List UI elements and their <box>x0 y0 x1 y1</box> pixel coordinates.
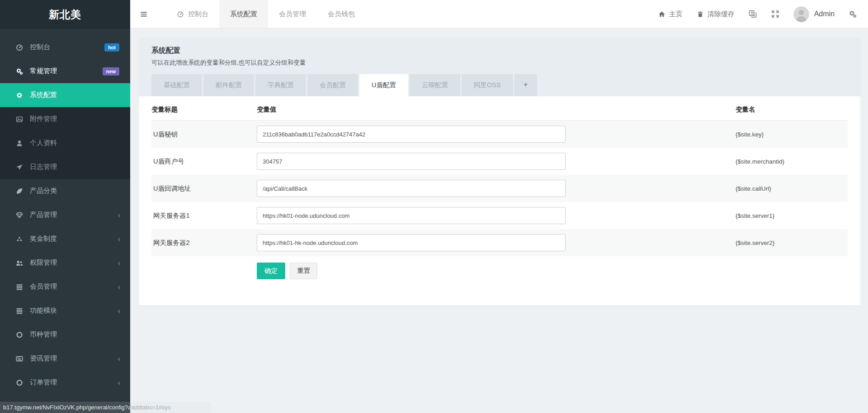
col-header-value: 变量值 <box>257 105 736 114</box>
form-actions: 确定 重置 <box>257 263 848 279</box>
tab-ushield-config[interactable]: U盾配置 <box>359 74 408 96</box>
home-label: 主页 <box>669 10 683 19</box>
sidebar-menu: 控制台 hot 常规管理 new 系统配置 附件管理 个人资料 日志管理 产品分… <box>0 29 130 413</box>
translate-icon[interactable]: 文A <box>748 9 757 19</box>
ushield-callback-url-input[interactable] <box>257 180 566 197</box>
tab-member-config[interactable]: 会员配置 <box>307 74 358 96</box>
tab-mail-config[interactable]: 邮件配置 <box>203 74 254 96</box>
page-subtitle: 可以在此增改系统的变量和分组,也可以自定义分组和变量 <box>151 59 848 67</box>
sidebar-item-permission-mgmt[interactable]: 权限管理 <box>0 251 130 275</box>
add-tab-button[interactable]: + <box>514 74 537 96</box>
sidebar-item-attachment-mgmt[interactable]: 附件管理 <box>0 107 130 131</box>
tab-ali-oss[interactable]: 阿里OSS <box>462 74 513 96</box>
sidebar-item-label: 产品分类 <box>30 187 57 195</box>
dashboard-icon <box>15 43 24 52</box>
svg-text:A: A <box>753 14 755 18</box>
page-title: 系统配置 <box>151 46 848 56</box>
gateway-server-2-input[interactable] <box>257 234 566 251</box>
sidebar-item-label: 产品管理 <box>30 211 57 219</box>
clear-cache-label: 清除缓存 <box>708 10 735 19</box>
tab-basic-config[interactable]: 基础配置 <box>151 74 202 96</box>
status-url-dark-segment: b17.tgymw.net/NvFIxiOzVK.php/general/con… <box>0 402 130 413</box>
sidebar-item-order-mgmt[interactable]: 订单管理 <box>0 371 130 394</box>
sidebar-item-label: 功能模块 <box>30 306 57 315</box>
tab-dict-config[interactable]: 字典配置 <box>255 74 306 96</box>
table-rows: U盾秘钥 {$site.key} U盾商户号 {$site.merchantid… <box>151 121 848 256</box>
gear-icon <box>15 91 24 99</box>
reset-button[interactable]: 重置 <box>290 263 317 279</box>
image-icon <box>15 115 24 123</box>
sidebar-item-system-config[interactable]: 系统配置 <box>0 83 130 107</box>
circle-icon <box>15 379 24 387</box>
home-icon <box>658 10 666 18</box>
topnav-tab-member-wallet[interactable]: 会员钱包 <box>317 0 366 28</box>
sidebar-item-profile[interactable]: 个人资料 <box>0 131 130 155</box>
status-url-text: b17.tgymw.net/NvFIxiOzVK.php/general/con… <box>0 404 130 411</box>
sidebar-item-bonus-system[interactable]: 奖金制度 <box>0 227 130 251</box>
status-url-text: b17.tgymw.net/NvFIxiOzVK.php/general/con… <box>130 402 171 413</box>
dashboard-icon <box>176 10 184 18</box>
sidebar-item-product-category[interactable]: 产品分类 <box>0 179 130 203</box>
cogs-icon <box>15 67 24 75</box>
gears-icon[interactable] <box>848 9 857 19</box>
sidebar-item-label: 系统配置 <box>30 91 57 99</box>
chevron-left-icon <box>116 308 122 314</box>
sidebar-item-function-modules[interactable]: 功能模块 <box>0 299 130 323</box>
system-config-panel: 系统配置 可以在此增改系统的变量和分组,也可以自定义分组和变量 基础配置 邮件配… <box>139 38 860 305</box>
chevron-left-icon <box>116 284 122 290</box>
sidebar-item-general-mgmt[interactable]: 常规管理 new <box>0 59 130 83</box>
gem-icon <box>15 211 24 219</box>
submit-button[interactable]: 确定 <box>257 263 285 279</box>
table-row: U盾回调地址 {$site.callUrl} <box>151 175 848 202</box>
tab-yunliao-config[interactable]: 云聊配置 <box>410 74 460 96</box>
newspaper-icon <box>15 355 24 363</box>
gateway-server-1-input[interactable] <box>257 207 566 224</box>
list-icon <box>15 307 24 315</box>
table-row: 网关服务器2 {$site.server2} <box>151 229 848 256</box>
fullscreen-icon[interactable] <box>771 9 780 19</box>
sidebar-item-member-mgmt[interactable]: 会员管理 <box>0 275 130 299</box>
sidebar-item-label: 奖金制度 <box>30 235 57 243</box>
config-tab-bar: 基础配置 邮件配置 字典配置 会员配置 U盾配置 云聊配置 阿里OSS + <box>151 74 848 96</box>
hot-badge: hot <box>104 43 119 52</box>
topnav-tab-console[interactable]: 控制台 <box>165 0 219 28</box>
status-url-light-segment: b17.tgymw.net/NvFIxiOzVK.php/general/con… <box>130 402 211 413</box>
clear-cache-button[interactable]: 清除缓存 <box>696 10 735 19</box>
user-menu[interactable]: Admin <box>793 6 835 22</box>
topnav-tab-member-mgmt[interactable]: 会员管理 <box>268 0 317 28</box>
paper-plane-icon <box>15 163 24 171</box>
var-title: U盾回调地址 <box>151 184 257 193</box>
circle-icon <box>15 331 24 339</box>
username: Admin <box>814 10 835 18</box>
leaf-icon <box>15 187 24 195</box>
col-header-name: 变量名 <box>736 105 848 114</box>
var-name: {$site.merchantid} <box>736 158 848 165</box>
table-row: U盾商户号 {$site.merchantid} <box>151 148 848 175</box>
home-link[interactable]: 主页 <box>658 10 683 19</box>
chevron-left-icon <box>116 356 122 361</box>
topnav-tab-label: 会员管理 <box>279 10 306 19</box>
topnav-tab-label: 控制台 <box>188 10 208 19</box>
sidebar-toggle-button[interactable] <box>130 0 157 28</box>
sidebar-item-console[interactable]: 控制台 hot <box>0 35 130 59</box>
chevron-left-icon <box>116 212 122 218</box>
sidebar-item-news-mgmt[interactable]: 资讯管理 <box>0 347 130 371</box>
topnav-tab-system-config[interactable]: 系统配置 <box>219 0 268 28</box>
sidebar-item-currency-mgmt[interactable]: 币种管理 <box>0 323 130 347</box>
var-title: U盾秘钥 <box>151 130 257 139</box>
ushield-key-input[interactable] <box>257 126 566 143</box>
sidebar-item-label: 个人资料 <box>30 139 57 147</box>
table-row: 网关服务器1 {$site.server1} <box>151 202 848 229</box>
sidebar-item-log-mgmt[interactable]: 日志管理 <box>0 155 130 179</box>
var-name: {$site.server1} <box>736 212 848 219</box>
chevron-left-icon <box>116 260 122 266</box>
sidebar-item-label: 日志管理 <box>30 163 57 171</box>
users-icon <box>15 259 24 267</box>
sidebar-item-product-mgmt[interactable]: 产品管理 <box>0 203 130 227</box>
sidebar-item-label: 附件管理 <box>30 115 57 123</box>
sidebar-item-label: 订单管理 <box>30 378 57 387</box>
topnav-tab-label: 会员钱包 <box>328 10 355 19</box>
app-logo: 新北美 <box>0 0 130 29</box>
recycle-icon <box>15 235 24 243</box>
ushield-merchant-id-input[interactable] <box>257 153 566 170</box>
